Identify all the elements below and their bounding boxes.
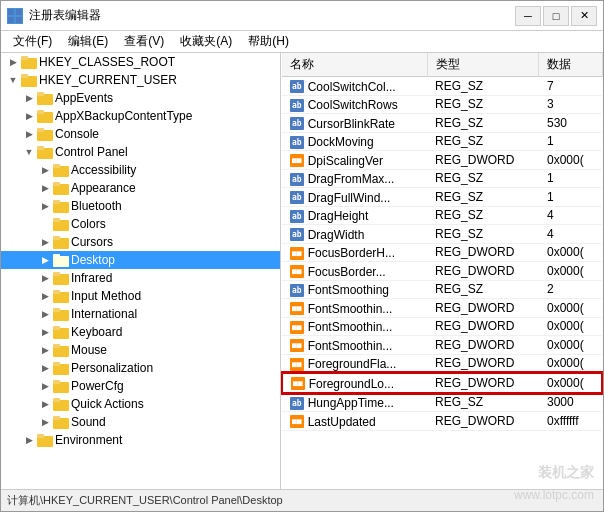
tree-item-hkcr[interactable]: ▶HKEY_CLASSES_ROOT [1,53,280,71]
expand-icon[interactable]: ▶ [37,180,53,196]
tree-item-mouse[interactable]: ▶Mouse [1,341,280,359]
cell-type: REG_DWORD [427,373,539,393]
expand-icon[interactable]: ▶ [37,360,53,376]
cell-type: REG_DWORD [427,412,539,431]
svg-rect-43 [53,398,60,402]
expand-icon[interactable]: ▶ [5,54,21,70]
sz-icon: ab [290,284,304,297]
table-row[interactable]: abDragHeightREG_SZ4 [282,206,602,225]
cell-type: REG_SZ [427,206,539,225]
expand-icon[interactable]: ▶ [21,108,37,124]
table-row[interactable]: ■■FontSmoothin...REG_DWORD0x000( [282,299,602,318]
table-row[interactable]: abCoolSwitchRowsREG_SZ3 [282,95,602,114]
menu-item[interactable]: 收藏夹(A) [172,31,240,52]
tree-item-inputmethod[interactable]: ▶Input Method [1,287,280,305]
tree-item-label: Keyboard [71,325,122,339]
registry-values-table[interactable]: 名称类型数据 abCoolSwitchCol...REG_SZ7abCoolSw… [281,53,603,489]
table-row[interactable]: ■■DpiScalingVerREG_DWORD0x000( [282,151,602,170]
expand-icon[interactable]: ▶ [37,270,53,286]
expand-icon[interactable]: ▶ [37,342,53,358]
column-header-类型[interactable]: 类型 [427,53,539,77]
tree-item-label: Colors [71,217,106,231]
table-row[interactable]: abFontSmoothingREG_SZ2 [282,280,602,299]
tree-item-sound[interactable]: ▶Sound [1,413,280,431]
cell-name: abDockMoving [282,132,427,151]
tree-item-keyboard[interactable]: ▶Keyboard [1,323,280,341]
expand-icon[interactable]: ▶ [37,198,53,214]
expand-icon[interactable]: ▶ [37,288,53,304]
tree-item-label: Console [55,127,99,141]
menu-item[interactable]: 编辑(E) [60,31,116,52]
cell-name: ■■LastUpdated [282,412,427,431]
dword-icon: ■■ [290,154,304,167]
menu-item[interactable]: 帮助(H) [240,31,297,52]
table-row[interactable]: ■■LastUpdatedREG_DWORD0xffffff [282,412,602,431]
tree-item-controlpanel[interactable]: ▼Control Panel [1,143,280,161]
table-row[interactable]: ■■FontSmoothin...REG_DWORD0x000( [282,317,602,336]
expand-icon[interactable]: ▶ [37,324,53,340]
svg-rect-11 [37,110,44,114]
expand-icon[interactable]: ▶ [21,90,37,106]
table-row[interactable]: abCoolSwitchCol...REG_SZ7 [282,77,602,96]
tree-item-bluetooth[interactable]: ▶Bluetooth [1,197,280,215]
expand-icon[interactable]: ▶ [21,126,37,142]
cell-type: REG_DWORD [427,317,539,336]
table-row[interactable]: abDockMovingREG_SZ1 [282,132,602,151]
table-row[interactable]: ■■ForegroundLo...REG_DWORD0x000( [282,373,602,393]
tree-item-cursors[interactable]: ▶Cursors [1,233,280,251]
tree-item-console[interactable]: ▶Console [1,125,280,143]
tree-item-appearance[interactable]: ▶Appearance [1,179,280,197]
table-row[interactable]: ■■FocusBorder...REG_DWORD0x000( [282,262,602,281]
folder-icon [37,144,53,160]
cell-data: 3000 [539,393,602,412]
table-row[interactable]: ■■ForegroundFla...REG_DWORD0x000( [282,354,602,373]
registry-tree[interactable]: ▶HKEY_CLASSES_ROOT▼HKEY_CURRENT_USER▶App… [1,53,281,489]
menu-item[interactable]: 文件(F) [5,31,60,52]
tree-item-appxbackup[interactable]: ▶AppXBackupContentType [1,107,280,125]
tree-item-label: HKEY_CLASSES_ROOT [39,55,175,69]
column-header-数据[interactable]: 数据 [539,53,602,77]
sz-icon: ab [290,191,304,204]
cell-data: 0x000( [539,299,602,318]
expand-icon[interactable]: ▶ [37,306,53,322]
tree-item-accessibility[interactable]: ▶Accessibility [1,161,280,179]
expand-icon[interactable]: ▶ [37,162,53,178]
tree-item-infrared[interactable]: ▶Infrared [1,269,280,287]
tree-item-international[interactable]: ▶International [1,305,280,323]
table-row[interactable]: ■■FontSmoothin...REG_DWORD0x000( [282,336,602,355]
value-name: LastUpdated [308,415,376,429]
expand-icon[interactable]: ▶ [37,396,53,412]
close-button[interactable]: ✕ [571,6,597,26]
minimize-button[interactable]: ─ [515,6,541,26]
tree-item-quickactions[interactable]: ▶Quick Actions [1,395,280,413]
table-row[interactable]: abHungAppTime...REG_SZ3000 [282,393,602,412]
menu-bar: 文件(F)编辑(E)查看(V)收藏夹(A)帮助(H) [1,31,603,53]
table-row[interactable]: abDragFromMax...REG_SZ1 [282,169,602,188]
tree-item-personalization[interactable]: ▶Personalization [1,359,280,377]
expand-icon[interactable]: ▼ [21,144,37,160]
tree-item-label: Desktop [71,253,115,267]
expand-icon[interactable]: ▶ [37,252,53,268]
tree-item-hkcu[interactable]: ▼HKEY_CURRENT_USER [1,71,280,89]
expand-icon[interactable]: ▶ [21,432,37,448]
svg-rect-37 [53,344,60,348]
table-row[interactable]: ■■FocusBorderH...REG_DWORD0x000( [282,243,602,262]
tree-item-colors[interactable]: Colors [1,215,280,233]
expand-icon[interactable]: ▶ [37,378,53,394]
table-row[interactable]: abDragWidthREG_SZ4 [282,225,602,244]
expand-icon[interactable]: ▼ [5,72,21,88]
table-header-row: 名称类型数据 [282,53,602,77]
expand-icon[interactable]: ▶ [37,234,53,250]
expand-icon[interactable] [37,216,53,232]
tree-item-appevents[interactable]: ▶AppEvents [1,89,280,107]
column-header-名称[interactable]: 名称 [282,53,427,77]
table-row[interactable]: abDragFullWind...REG_SZ1 [282,188,602,207]
cell-data: 0x000( [539,317,602,336]
maximize-button[interactable]: □ [543,6,569,26]
tree-item-environment[interactable]: ▶Environment [1,431,280,449]
menu-item[interactable]: 查看(V) [116,31,172,52]
expand-icon[interactable]: ▶ [37,414,53,430]
table-row[interactable]: abCursorBlinkRateREG_SZ530 [282,114,602,133]
tree-item-desktop[interactable]: ▶Desktop [1,251,280,269]
tree-item-powercfg[interactable]: ▶PowerCfg [1,377,280,395]
